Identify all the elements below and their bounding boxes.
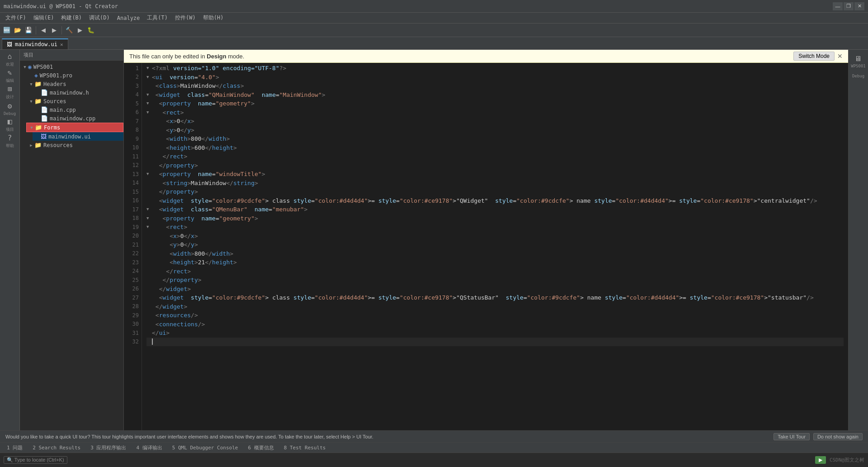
fold-arrow-1[interactable]: ▼ (146, 65, 152, 71)
debug-icon: ⚙ (8, 102, 12, 110)
tour-take-button[interactable]: Take UI Tour (774, 433, 810, 440)
toolbar-btn-new[interactable]: 🆕 (2, 25, 12, 35)
sidebar-icon-design[interactable]: ⊞ 设计 (2, 84, 18, 100)
tour-dismiss-button[interactable]: Do not show again (813, 433, 863, 440)
fold-arrow-18[interactable]: ▼ (146, 215, 152, 222)
label-main-cpp: main.cpp (50, 107, 76, 113)
arrow-wps001: ▼ (22, 65, 28, 69)
bottom-tab-1[interactable]: 2 Search Results (28, 443, 85, 453)
code-text-2: <ui version="4.0"> (152, 73, 219, 82)
code-text-29: <resources/> (152, 311, 198, 320)
code-text-28: </widget> (152, 302, 187, 311)
switch-mode-button[interactable]: Switch Mode (793, 52, 835, 61)
icon-main-cpp: 📄 (41, 106, 48, 113)
bottom-tab-4[interactable]: 5 QML Debugger Console (167, 443, 243, 453)
right-panel-debug[interactable]: Debug (850, 71, 866, 81)
fold-arrow-13[interactable]: ▼ (146, 171, 152, 177)
icon-resources: 📁 (34, 142, 42, 148)
design-icon: ⊞ (8, 85, 12, 93)
right-panel-wps001[interactable]: 🖥 WPS001 (849, 52, 868, 71)
toolbar-btn-build[interactable]: 🔨 (64, 25, 74, 35)
status-bar-left: 🔍 Type to locate (Ctrl+K) (4, 456, 67, 464)
bottom-tab-0[interactable]: 1 问题 (2, 443, 28, 453)
fold-arrow-19[interactable]: ▼ (146, 224, 152, 230)
sidebar-icon-edit[interactable]: ✎ 编辑 (2, 68, 18, 84)
tree-item-wps001[interactable]: ▼ ◉ WPS001 (20, 62, 123, 71)
label-forms: Forms (44, 124, 60, 131)
fold-arrow-4[interactable]: ▼ (146, 92, 152, 98)
code-line-22: <width>800</width> (146, 249, 844, 258)
menu-item-5[interactable]: 工具(T) (143, 13, 171, 23)
code-line-19: ▼ <rect> (146, 223, 844, 232)
fold-arrow-2[interactable]: ▼ (146, 74, 152, 81)
bottom-tab-5[interactable]: 6 概要信息 (243, 443, 278, 453)
menu-item-3[interactable]: 调试(D) (85, 13, 113, 23)
code-editor[interactable]: 1234567891011121314151617181920212223242… (124, 63, 848, 430)
toolbar-btn-save[interactable]: 💾 (24, 25, 33, 35)
fold-arrow-17[interactable]: ▼ (146, 206, 152, 213)
menu-item-1[interactable]: 编辑(E) (30, 13, 58, 23)
code-line-25: </property> (146, 276, 844, 285)
code-line-5: ▼ <property name="geometry"> (146, 99, 844, 108)
tree-item-headers[interactable]: ▼ 📁 Headers (26, 80, 123, 88)
tree-item-forms[interactable]: ▼ 📁 Forms (26, 123, 123, 132)
menu-item-0[interactable]: 文件(F) (2, 13, 30, 23)
code-text-13: <property name="windowTitle"> (152, 170, 265, 179)
sidebar-icon-project[interactable]: ◧ 项目 (2, 117, 18, 133)
line-num-17: 17 (127, 205, 139, 214)
tab-bar: 🖼 mainwindow.ui ✕ (0, 37, 868, 50)
line-num-32: 32 (127, 338, 139, 347)
menu-item-2[interactable]: 构建(B) (57, 13, 85, 23)
run-button[interactable]: ▶ (815, 456, 826, 464)
tab-mainwindow-ui[interactable]: 🖼 mainwindow.ui ✕ (2, 38, 68, 49)
fold-arrow-6[interactable]: ▼ (146, 110, 152, 116)
sidebar-icon-welcome[interactable]: ⌂ 欢迎 (2, 52, 18, 68)
icon-mainwindow-ui: 🖼 (41, 133, 47, 140)
fold-arrow-5[interactable]: ▼ (146, 100, 152, 107)
toolbar-btn-open[interactable]: 📂 (13, 25, 23, 35)
locate-input-btn[interactable]: 🔍 Type to locate (Ctrl+K) (4, 456, 67, 464)
project-header: 项目 (20, 50, 123, 61)
arrow-sources: ▼ (28, 99, 34, 104)
bottom-tab-2[interactable]: 3 应用程序输出 (85, 443, 131, 453)
code-text-21: <y>0</y> (152, 240, 198, 249)
tab-close-icon[interactable]: ✕ (60, 42, 63, 48)
tree-item-sources[interactable]: ▼ 📁 Sources (26, 97, 123, 105)
menu-item-6[interactable]: 控件(W) (171, 13, 199, 23)
line-num-16: 16 (127, 196, 139, 205)
label-resources: Resources (43, 142, 73, 148)
tree-item-wps001pro[interactable]: ◈ WPS001.pro (26, 71, 123, 80)
label-mainwindow-h: mainwindow.h (50, 90, 89, 96)
close-button[interactable]: ✕ (854, 2, 864, 10)
line-num-9: 9 (127, 134, 139, 143)
bottom-tab-6[interactable]: 8 Test Results (279, 443, 331, 453)
toolbar-btn-run[interactable]: ▶ (75, 25, 85, 35)
maximize-button[interactable]: ❐ (844, 2, 854, 10)
code-content[interactable]: ▼<?xml version="1.0" encoding="UTF-8"?>▼… (142, 63, 848, 430)
minimize-button[interactable]: — (833, 2, 843, 10)
tree-item-mainwindow-cpp[interactable]: 📄 mainwindow.cpp (33, 114, 123, 123)
sidebar-icon-debug[interactable]: ⚙ Debug (2, 100, 18, 117)
code-line-10: <height>600</height> (146, 143, 844, 152)
menu-item-4[interactable]: Analyze (113, 13, 144, 23)
menu-item-7[interactable]: 帮助(H) (199, 13, 227, 23)
code-line-11: </rect> (146, 152, 844, 161)
sidebar-icon-help[interactable]: ? 帮助 (2, 133, 18, 149)
code-text-1: <?xml version="1.0" encoding="UTF-8"?> (152, 64, 286, 73)
toolbar-btn-back[interactable]: ◀ (38, 25, 48, 35)
tree-item-resources[interactable]: ▶ 📁 Resources (26, 141, 123, 149)
code-text-23: <height>21</height> (152, 258, 237, 267)
tree-item-mainwindow-ui[interactable]: 🖼 mainwindow.ui (33, 132, 123, 141)
toolbar-btn-debug[interactable]: 🐛 (86, 25, 96, 35)
design-close-icon[interactable]: ✕ (837, 52, 843, 60)
code-line-15: </property> (146, 187, 844, 196)
welcome-icon: ⌂ (8, 52, 12, 61)
line-num-18: 18 (127, 214, 139, 223)
tree-item-mainwindow-h[interactable]: 📄 mainwindow.h (33, 88, 123, 97)
code-text-27: <widget style="color:#9cdcfe"> class sty… (152, 293, 814, 302)
design-warning-text: This file can only be edited in Design m… (129, 53, 244, 60)
line-num-14: 14 (127, 179, 139, 188)
tree-item-main-cpp[interactable]: 📄 main.cpp (33, 105, 123, 114)
bottom-tab-3[interactable]: 4 编译输出 (131, 443, 167, 453)
toolbar-btn-forward[interactable]: ▶ (49, 25, 59, 35)
